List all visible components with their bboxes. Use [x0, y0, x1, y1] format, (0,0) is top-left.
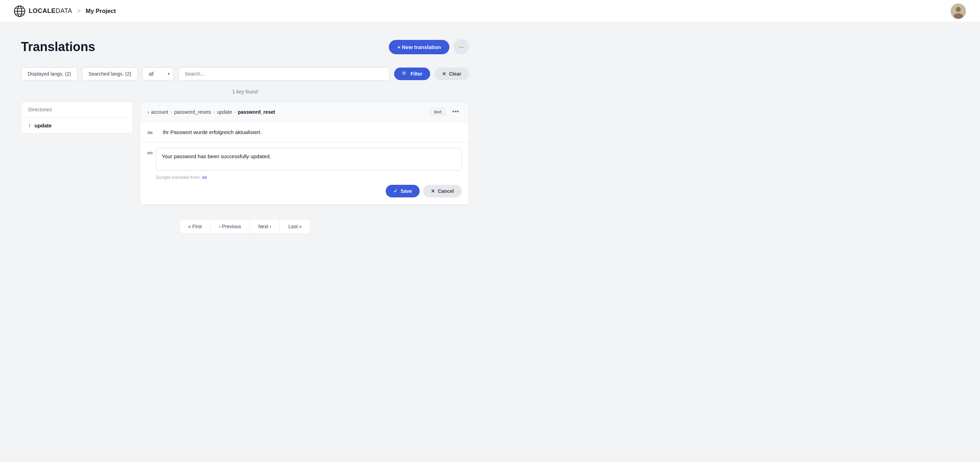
breadcrumb-part-update: update — [217, 109, 232, 115]
en-actions: ✓ Save ✕ Cancel — [156, 180, 461, 204]
header: LOCALEDATA > My Project — [0, 0, 980, 22]
sidebar: Directories ↑ update — [21, 102, 133, 205]
translation-area: › account › password_resets › update › p… — [140, 102, 469, 205]
breadcrumb-separator: > — [77, 7, 81, 15]
pagination: « First ‹ Previous Next › Last » — [21, 219, 469, 234]
breadcrumb-sep-3: › — [234, 109, 236, 115]
google-translate-text: Google translate from: — [156, 175, 201, 180]
de-translation-row: de Ihr Passwort wurde erfolgreich aktual… — [140, 122, 469, 142]
breadcrumb-part-password-resets: password_resets — [174, 109, 211, 115]
more-options-button[interactable]: ··· — [453, 39, 469, 54]
next-page-button[interactable]: Next › — [250, 219, 280, 234]
logo-text: LOCALEDATA — [29, 7, 72, 15]
sidebar-item-update[interactable]: ↑ update — [21, 118, 133, 134]
en-edit-area: Your password has been successfully upda… — [156, 142, 469, 204]
header-left: LOCALEDATA > My Project — [14, 6, 116, 17]
clear-button[interactable]: ✕ Clear — [434, 68, 469, 80]
page-title: Translations — [21, 40, 95, 54]
globe-icon — [14, 6, 25, 17]
breadcrumb-part-key: password_reset — [238, 109, 275, 115]
avatar[interactable] — [951, 3, 966, 19]
type-select[interactable]: all text plural html — [142, 67, 174, 81]
translation-card: › account › password_resets › update › p… — [140, 102, 469, 205]
page-header: Translations + New translation ··· — [21, 39, 469, 54]
de-lang-label: de — [147, 129, 157, 135]
cancel-button[interactable]: ✕ Cancel — [423, 185, 461, 198]
save-button-label: Save — [400, 188, 412, 194]
filter-button-label: Filter — [410, 71, 422, 76]
up-arrow-icon: ↑ — [29, 123, 31, 129]
clear-x-icon: ✕ — [442, 71, 446, 76]
clear-button-label: Clear — [449, 71, 461, 76]
check-icon: ✓ — [393, 188, 398, 194]
project-name: My Project — [86, 8, 116, 15]
svg-point-7 — [954, 13, 963, 19]
filter-bar: Displayed langs. (2) Searched langs. (2)… — [21, 67, 469, 81]
last-page-button[interactable]: Last » — [280, 219, 310, 234]
sidebar-item-label: update — [35, 123, 52, 129]
first-page-button[interactable]: « First — [180, 219, 211, 234]
displayed-langs-button[interactable]: Displayed langs. (2) — [21, 67, 78, 81]
save-button[interactable]: ✓ Save — [386, 185, 420, 198]
search-input[interactable] — [178, 67, 390, 81]
result-count: 1 key found — [21, 89, 469, 94]
search-icon: 🔍 — [402, 71, 408, 76]
translation-breadcrumb: › account › password_resets › update › p… — [147, 109, 275, 115]
searched-langs-button[interactable]: Searched langs. (2) — [82, 67, 138, 81]
type-badge: text — [430, 107, 446, 116]
en-lang-label: en — [140, 142, 150, 155]
google-translate-hint: Google translate from: de — [156, 175, 461, 180]
filter-button[interactable]: 🔍 Filter — [394, 68, 430, 80]
sidebar-header: Directories — [21, 102, 133, 118]
new-translation-button[interactable]: + New translation — [389, 40, 449, 54]
type-select-wrap: all text plural html ▾ — [142, 67, 174, 81]
search-wrap — [178, 67, 390, 81]
breadcrumb-part-account: account — [151, 109, 169, 115]
en-translation-textarea[interactable]: Your password has been successfully upda… — [156, 148, 461, 170]
cancel-x-icon: ✕ — [431, 188, 435, 194]
page-header-actions: + New translation ··· — [389, 39, 469, 54]
previous-page-button[interactable]: ‹ Previous — [211, 219, 250, 234]
breadcrumb-sep-1: › — [170, 109, 172, 115]
svg-point-6 — [956, 7, 961, 12]
breadcrumb-chevron-icon: › — [147, 109, 149, 115]
content-area: Directories ↑ update › account › passwor… — [21, 102, 469, 205]
translation-card-header-right: text ••• — [430, 107, 461, 117]
main-content: Translations + New translation ··· Displ… — [0, 22, 490, 251]
google-translate-link[interactable]: de — [202, 175, 207, 180]
en-translation-row: en Your password has been successfully u… — [140, 142, 469, 205]
breadcrumb-sep-2: › — [213, 109, 215, 115]
translation-card-header: › account › password_resets › update › p… — [140, 102, 469, 122]
de-translation-text: Ihr Passwort wurde erfolgreich aktualisi… — [163, 129, 461, 135]
translation-more-button[interactable]: ••• — [449, 107, 461, 117]
cancel-button-label: Cancel — [438, 188, 454, 194]
